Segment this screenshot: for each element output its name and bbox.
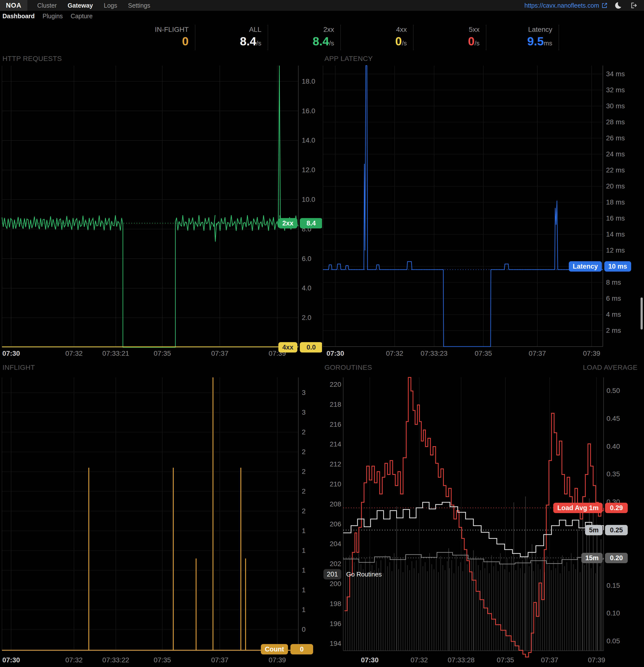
x-axis-label: 07:30 (343, 656, 397, 664)
nav-item-logs[interactable]: Logs (104, 2, 117, 9)
goroutine-bar (449, 568, 450, 651)
tab-capture[interactable]: Capture (71, 13, 93, 20)
goroutine-bar (580, 572, 580, 651)
goroutine-bar (591, 568, 591, 651)
goroutine-bar (463, 571, 463, 651)
y-axis-label: 24 ms (606, 150, 625, 158)
goroutine-bar (509, 572, 509, 651)
goroutine-bar-spike (589, 499, 590, 651)
y-axis-label: 2 (302, 428, 306, 436)
brand-logo[interactable]: NOA (0, 0, 27, 11)
x-axis-label: 07:39 (250, 656, 304, 664)
goroutine-bar (597, 555, 598, 651)
chart-title: INFLIGHT (2, 363, 35, 372)
page-scrollbar-thumb[interactable] (641, 297, 643, 329)
goroutine-bar (476, 556, 476, 651)
goroutine-bar (498, 571, 498, 651)
y-axis-label: 12.0 (302, 166, 315, 174)
theme-toggle-moon-icon[interactable] (615, 1, 623, 10)
badge-label-5m: 5m (585, 525, 602, 535)
stat-label: ALL (195, 26, 261, 34)
nav-item-settings[interactable]: Settings (128, 2, 150, 9)
goroutine-bar (387, 566, 388, 651)
y-axis-label: 2 ms (606, 327, 621, 335)
goroutines-axis-label: 208 (324, 500, 341, 508)
chart-title: HTTP REQUESTS (2, 55, 62, 63)
x-axis-label: 07:37 (193, 656, 247, 664)
y-axis-label: 4.0 (302, 284, 311, 292)
y-axis-label: 2 (302, 448, 306, 456)
goroutine-bar-spike (577, 530, 578, 651)
goroutine-bar (505, 569, 505, 651)
goroutines-plot[interactable] (322, 361, 644, 667)
goroutine-bar-spike (586, 526, 587, 651)
goroutine-bar (507, 558, 507, 651)
goroutine-bar (562, 555, 563, 651)
goroutine-bar (502, 564, 503, 651)
nav-item-gateway[interactable]: Gateway (68, 2, 93, 9)
stat-label: 2xx (268, 26, 334, 34)
goroutine-bar (571, 553, 572, 651)
goroutine-bar (443, 565, 443, 651)
goroutine-bar-spike (593, 503, 593, 651)
load-axis-label: 0.35 (607, 470, 620, 478)
goroutine-bar (383, 573, 383, 651)
y-axis-label: 10.0 (302, 196, 315, 204)
goroutine-bar (487, 560, 487, 651)
goroutine-bar (378, 568, 379, 651)
logout-icon[interactable] (630, 1, 638, 10)
tab-plugins[interactable]: Plugins (43, 13, 63, 20)
load-axis-label: 0.10 (607, 609, 620, 617)
goroutine-bar (465, 553, 465, 651)
goroutine-bar (491, 555, 492, 651)
app-latency-plot[interactable] (322, 52, 644, 361)
tab-dashboard[interactable]: Dashboard (2, 13, 35, 20)
inflight-chart[interactable]: INFLIGHT 3322222111110007:3007:3207:33:2… (0, 361, 322, 667)
goroutine-bar (343, 568, 344, 651)
goroutines-load-chart[interactable]: GOROUTINES LOAD AVERAGE 2202182162142122… (322, 361, 644, 667)
goroutine-bar (595, 573, 596, 651)
badge-value-4xx: 0.0 (300, 342, 322, 353)
load-axis-label: 0.15 (607, 582, 620, 589)
goroutines-axis-label: 220 (324, 380, 341, 389)
nav-item-cluster[interactable]: Cluster (37, 2, 57, 9)
goroutines-axis-label: 212 (324, 460, 341, 468)
goroutine-bar (402, 572, 403, 651)
goroutine-bar (440, 556, 441, 651)
goroutines-axis-label: 206 (324, 520, 341, 528)
y-axis-label: 18 ms (606, 198, 625, 206)
inflight-plot[interactable] (0, 361, 322, 667)
load-axis-label: 0.05 (607, 637, 620, 645)
goroutine-bar (566, 562, 567, 651)
http-requests-plot[interactable] (0, 52, 322, 361)
goroutine-bar (445, 570, 445, 651)
x-axis-label: 07:30 (322, 349, 362, 357)
goroutine-bar (527, 555, 527, 651)
goroutine-bar (485, 568, 485, 651)
y-axis-label: 32 ms (606, 86, 625, 94)
y-axis-label: 20 ms (606, 182, 625, 190)
goroutines-axis-label: 198 (324, 600, 341, 608)
gateway-url-link[interactable]: https://cavx.nanofleets.com (525, 2, 608, 9)
goroutine-bar (469, 569, 470, 651)
x-axis-label: 07:33:23 (407, 349, 461, 357)
y-axis-label: 1 (302, 527, 306, 535)
goroutine-bar (467, 564, 467, 651)
goroutine-bar (414, 568, 414, 651)
app-latency-chart[interactable]: APP LATENCY 34 ms32 ms30 ms28 ms26 ms24 … (322, 52, 644, 361)
y-axis-label: 16 ms (606, 214, 625, 222)
y-axis-label: 2 (302, 507, 306, 515)
stat-latency: Latency 9.5ms (486, 25, 559, 50)
goroutine-bar (416, 560, 416, 651)
y-axis-label: 0 (302, 625, 306, 633)
goroutine-bar (385, 555, 385, 651)
goroutine-bar (436, 558, 436, 651)
x-axis-label: 07:37 (193, 349, 247, 357)
stat-value: 8.4/s (195, 34, 261, 48)
goroutines-current-value: 201 (324, 569, 341, 580)
http-requests-chart[interactable]: HTTP REQUESTS 18.016.014.012.010.08.06.0… (0, 52, 322, 361)
goroutine-bar-spike (583, 505, 583, 651)
x-axis-label: 07:30 (0, 349, 38, 357)
goroutine-bar (454, 573, 454, 651)
goroutine-bar (538, 564, 538, 651)
